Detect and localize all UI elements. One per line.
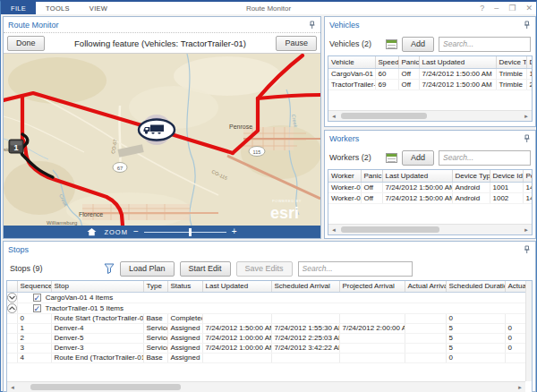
cell[interactable]: Off <box>361 182 382 192</box>
cell[interactable]: 0 <box>446 353 505 362</box>
cell[interactable]: 7/24/2012 1:50:00 AM <box>419 79 496 89</box>
done-button[interactable]: Done <box>7 36 45 51</box>
cell[interactable]: 7/24/2012 2:00:00 AM <box>339 323 405 333</box>
cell[interactable]: Assigned <box>167 323 202 333</box>
save-edits-button[interactable]: Save Edits <box>236 261 293 277</box>
zoom-out-button[interactable]: − <box>133 227 139 236</box>
cell[interactable]: Service <box>143 333 167 343</box>
maximize-icon[interactable]: ❐ <box>508 4 516 13</box>
cell[interactable]: CargoVan-01 <box>328 68 375 79</box>
cell[interactable]: Off <box>361 192 382 203</box>
table-row[interactable]: 4 Route End (TractorTrailer-01) Base Ass… <box>7 353 533 362</box>
col-device-type[interactable]: Device Type <box>452 170 490 182</box>
cell[interactable]: 2 <box>17 333 51 343</box>
cell[interactable] <box>405 333 446 343</box>
cell[interactable]: Route End (TractorTrailer-01) <box>51 353 143 362</box>
cell[interactable]: 1002 <box>490 192 523 203</box>
add-vehicle-button[interactable]: Add <box>402 37 434 52</box>
load-plan-button[interactable]: Load Plan <box>120 261 175 277</box>
col-worker[interactable]: Worker <box>328 170 361 182</box>
zoom-slider-handle[interactable] <box>189 228 192 236</box>
scrollbar-thumb[interactable] <box>341 226 439 233</box>
workers-search-input[interactable] <box>439 150 531 166</box>
group-checkbox[interactable]: ✓ <box>33 294 41 302</box>
cell[interactable]: TractorTrailer-01 <box>328 79 375 89</box>
cell[interactable] <box>202 353 271 362</box>
cell[interactable] <box>339 353 405 362</box>
cell[interactable]: 7/24/2012 1:00:00 AM <box>202 333 271 343</box>
scrollbar-thumb[interactable] <box>341 113 427 119</box>
list-view-icon[interactable] <box>386 39 397 49</box>
col-last-updated[interactable]: Last Updated <box>419 56 496 68</box>
cell[interactable]: Assigned <box>167 343 202 353</box>
stops-search-input[interactable] <box>298 261 413 277</box>
cell[interactable]: 7/24/2012 3:42:22 AM <box>271 343 339 353</box>
col-panic[interactable]: Panic <box>398 56 419 68</box>
cell[interactable] <box>405 313 446 323</box>
menu-file[interactable]: FILE <box>1 2 36 14</box>
col-per-hour[interactable]: Per H <box>523 170 533 182</box>
scroll-right-icon[interactable]: ► <box>515 382 525 392</box>
cell[interactable]: Android <box>452 192 490 203</box>
minimize-icon[interactable]: – <box>494 4 499 13</box>
cell[interactable] <box>271 353 339 362</box>
col-last-updated[interactable]: Last Updated <box>202 281 271 292</box>
table-row[interactable]: Worker-02 Off 7/24/2012 1:50:00 AM Andro… <box>328 192 533 203</box>
col-scheduled-duration[interactable]: Scheduled Duration <box>446 281 505 292</box>
cell[interactable]: 14 <box>523 192 533 203</box>
cell[interactable]: Worker-01 <box>328 182 361 192</box>
pin-icon[interactable] <box>521 244 531 254</box>
cell[interactable]: Denver-5 <box>51 333 143 343</box>
cell[interactable] <box>405 323 446 333</box>
col-panic[interactable]: Panic <box>361 170 382 182</box>
close-icon[interactable]: ✕ <box>525 4 533 13</box>
cell[interactable]: 0 <box>17 313 51 323</box>
cell[interactable]: Assigned <box>167 333 202 343</box>
menu-view[interactable]: VIEW <box>80 2 117 14</box>
horizontal-scrollbar[interactable]: ◄ ► <box>328 110 532 121</box>
cell[interactable]: 7/24/2012 1:00:00 AM <box>202 343 271 353</box>
horizontal-scrollbar[interactable]: ◄ ► <box>328 224 532 234</box>
scroll-left-icon[interactable]: ◄ <box>7 382 18 392</box>
col-vehicle[interactable]: Vehicle <box>328 56 375 68</box>
col-actual-arrival[interactable]: Actual Arrival <box>405 281 446 292</box>
horizontal-scrollbar[interactable]: ◄ ► <box>7 381 525 392</box>
cell[interactable] <box>202 313 271 323</box>
cell[interactable]: 69 <box>375 79 398 89</box>
col-sequence[interactable]: Sequence <box>17 281 51 292</box>
cell[interactable]: 7/24/2012 1:55:30 AM <box>271 323 339 333</box>
cell[interactable]: 60 <box>375 68 398 79</box>
pin-icon[interactable] <box>521 20 531 30</box>
start-edit-button[interactable]: Start Edit <box>180 261 231 277</box>
pause-button[interactable]: Pause <box>276 36 317 51</box>
table-row[interactable]: 3 Denver-3 Service Assigned 7/24/2012 1:… <box>7 343 533 353</box>
table-row[interactable]: Worker-01 Off 7/24/2012 1:50:00 AM Andro… <box>328 182 533 192</box>
scroll-left-icon[interactable]: ◄ <box>328 111 339 121</box>
cell[interactable]: 1001 <box>490 182 523 192</box>
expand-group-icon[interactable] <box>7 293 17 303</box>
cell[interactable]: Denver-4 <box>51 323 143 333</box>
cell[interactable]: Completed <box>167 313 202 323</box>
vertical-scrollbar[interactable] <box>525 281 532 381</box>
scroll-left-icon[interactable]: ◄ <box>328 225 339 234</box>
zoom-slider[interactable] <box>144 232 226 233</box>
col-projected-arrival[interactable]: Projected Arrival <box>339 281 405 292</box>
cell[interactable]: 5 <box>446 343 505 353</box>
cell[interactable] <box>405 353 446 362</box>
pin-icon[interactable] <box>306 20 316 30</box>
table-row[interactable]: 1 Denver-4 Service Assigned 7/24/2012 1:… <box>7 323 533 333</box>
help-icon[interactable]: ? <box>480 4 484 13</box>
cell[interactable]: 0 <box>446 313 505 323</box>
col-stop[interactable]: Stop <box>51 281 143 292</box>
cell[interactable]: 1 <box>526 68 533 79</box>
table-row[interactable]: 0 Route Start (TractorTrailer-01) Base C… <box>7 313 533 323</box>
table-row[interactable]: CargoVan-01 60 Off 7/24/2012 1:50:00 AM … <box>328 68 533 79</box>
cell[interactable]: 5 <box>446 333 505 343</box>
filter-icon[interactable] <box>103 263 115 275</box>
cell[interactable]: 7/24/2012 1:50:00 AM <box>419 68 496 79</box>
table-row[interactable]: 2 Denver-5 Service Assigned 7/24/2012 1:… <box>7 333 533 343</box>
menu-tools[interactable]: TOOLS <box>36 2 80 14</box>
cell[interactable]: 1 <box>17 323 51 333</box>
col-speed[interactable]: Speed <box>375 56 398 68</box>
zoom-in-button[interactable]: + <box>232 227 237 236</box>
